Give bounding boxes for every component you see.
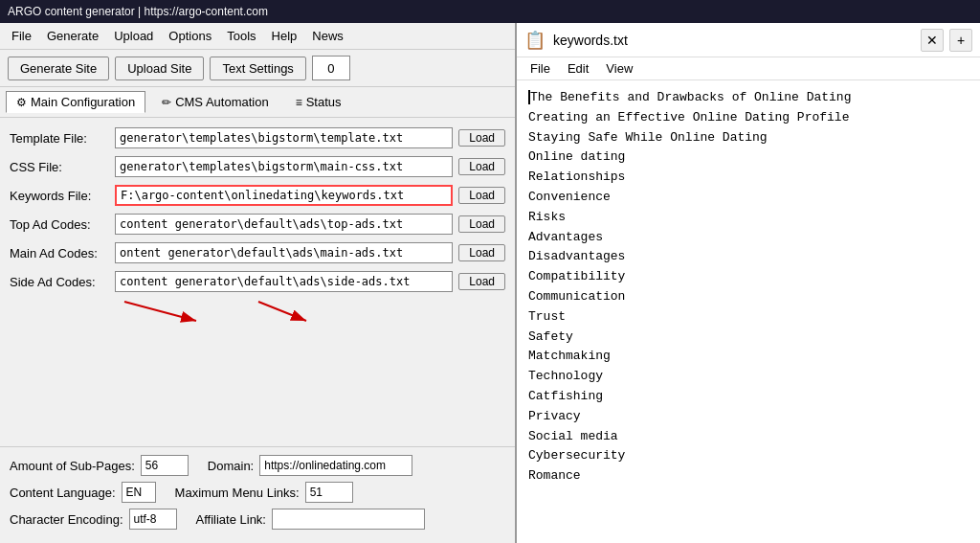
notepad-menu-file[interactable]: File [523,59,558,78]
css-file-row: CSS File: Load [10,156,505,177]
affiliate-link-field: Affiliate Link: [196,509,425,530]
menu-generate[interactable]: Generate [39,27,106,45]
keywords-file-load-btn[interactable]: Load [458,187,505,204]
generate-site-button[interactable]: Generate Site [8,57,109,80]
right-panel-notepad: 📋 keywords.txt ✕ + File Edit View ​The B… [517,23,980,543]
menu-help[interactable]: Help [264,27,305,45]
content-language-label: Content Language: [10,486,116,500]
menu-news[interactable]: News [304,27,351,45]
notepad-menu-edit[interactable]: Edit [560,59,596,78]
tab-status[interactable]: ≡ Status [285,91,352,113]
affiliate-link-input[interactable] [272,509,425,530]
top-ad-codes-load-btn[interactable]: Load [458,215,505,233]
notepad-controls: ✕ + [921,29,972,52]
tab-bar: ⚙ Main Configuration ✏ CMS Automation ≡ … [0,87,515,118]
bottom-row-2: Content Language: Maximum Menu Links: [10,482,505,503]
menu-upload[interactable]: Upload [106,27,161,45]
content-language-field: Content Language: [10,482,156,503]
side-ad-codes-load-btn[interactable]: Load [458,273,505,290]
notepad-title-left: 📋 keywords.txt [524,30,628,51]
main-ad-codes-label: Main Ad Codes: [10,246,115,260]
max-menu-field: Maximum Menu Links: [175,482,353,503]
template-file-row: Template File: Load [10,127,505,148]
notepad-icon: 📋 [524,30,546,51]
list-icon: ≡ [296,96,302,109]
notepad-text-area[interactable]: ​The Benefits and Drawbacks of Online Da… [517,80,980,543]
domain-label: Domain: [208,459,254,473]
text-settings-button[interactable]: Text Settings [210,57,305,80]
char-encoding-input[interactable] [129,509,177,530]
keywords-file-row: Keywords File: Load [10,185,505,206]
bottom-row-1: Amount of Sub-Pages: Domain: [10,455,505,476]
top-ad-codes-label: Top Ad Codes: [10,217,115,232]
top-ad-codes-row: Top Ad Codes: Load [10,214,505,235]
side-ad-codes-label: Side Ad Codes: [10,275,115,289]
tab-main-configuration[interactable]: ⚙ Main Configuration [6,91,145,113]
notepad-menu-view[interactable]: View [598,59,640,78]
menu-file[interactable]: File [4,27,39,45]
menu-tools[interactable]: Tools [219,27,263,45]
menu-options[interactable]: Options [161,27,219,45]
pencil-icon: ✏ [162,96,171,109]
title-bar: ARGO content generator | https://argo-co… [0,0,980,23]
tab-main-label: Main Configuration [31,95,135,109]
content-language-input[interactable] [122,482,156,503]
template-file-input[interactable] [115,127,453,148]
sub-pages-label: Amount of Sub-Pages: [10,459,135,473]
main-ad-codes-input[interactable] [115,242,453,263]
main-ad-codes-row: Main Ad Codes: Load [10,242,505,263]
sub-pages-input[interactable] [141,455,189,476]
tab-status-label: Status [306,95,342,109]
domain-input[interactable] [259,455,412,476]
config-content: Template File: Load CSS File: Load Keywo… [0,118,515,446]
svg-line-2 [258,302,306,321]
top-ad-codes-input[interactable] [115,214,453,235]
affiliate-link-label: Affiliate Link: [196,512,266,527]
max-menu-input[interactable] [305,482,353,503]
side-ad-codes-row: Side Ad Codes: Load [10,271,505,292]
upload-site-button[interactable]: Upload Site [115,57,204,80]
notepad-filename: keywords.txt [553,33,628,48]
bottom-config: Amount of Sub-Pages: Domain: Content Lan… [0,446,515,543]
tab-cms-automation[interactable]: ✏ CMS Automation [151,91,279,113]
bottom-row-3: Character Encoding: Affiliate Link: [10,509,505,530]
svg-line-1 [124,302,196,321]
max-menu-label: Maximum Menu Links: [175,486,300,500]
template-file-load-btn[interactable]: Load [458,129,505,147]
text-cursor: ​ [528,90,530,104]
notepad-close-button[interactable]: ✕ [921,29,944,52]
char-encoding-field: Character Encoding: [10,509,177,530]
domain-field: Domain: [208,455,412,476]
red-arrows-indicator [10,300,278,328]
sub-pages-field: Amount of Sub-Pages: [10,455,189,476]
char-encoding-label: Character Encoding: [10,512,123,527]
title-text: ARGO content generator | https://argo-co… [8,5,268,18]
notepad-title-bar: 📋 keywords.txt ✕ + [517,23,980,57]
css-file-input[interactable] [115,156,453,177]
css-file-load-btn[interactable]: Load [458,158,505,175]
left-panel: File Generate Upload Options Tools Help … [0,23,517,543]
main-ad-codes-load-btn[interactable]: Load [458,244,505,261]
menu-bar: File Generate Upload Options Tools Help … [0,23,515,50]
notepad-menu: File Edit View [517,57,980,80]
template-file-label: Template File: [10,131,115,146]
keywords-file-input[interactable] [115,185,453,206]
gear-icon: ⚙ [16,96,27,109]
keywords-file-label: Keywords File: [10,189,115,203]
toolbar: Generate Site Upload Site Text Settings … [0,50,515,87]
tab-cms-label: CMS Automation [175,95,269,109]
notepad-new-button[interactable]: + [949,29,972,52]
side-ad-codes-input[interactable] [115,271,453,292]
css-file-label: CSS File: [10,160,115,174]
counter-display: 0 [312,56,350,80]
